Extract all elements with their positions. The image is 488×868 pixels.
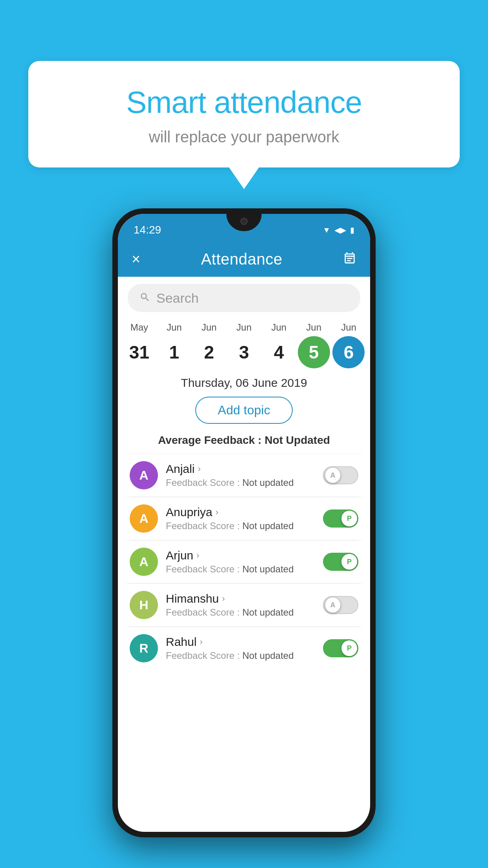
date-month-label: Jun <box>237 322 252 333</box>
attendance-toggle[interactable]: A <box>323 596 358 614</box>
date-number[interactable]: 3 <box>228 336 260 368</box>
date-number[interactable]: 4 <box>263 336 295 368</box>
chevron-right-icon: › <box>222 594 225 604</box>
toggle-knob: A <box>325 467 341 483</box>
app-header: × Attendance <box>118 241 370 277</box>
search-bar[interactable]: Search <box>128 284 360 312</box>
date-month-label: Jun <box>167 322 182 333</box>
avatar: H <box>130 591 158 619</box>
status-icons: ▼ ◀▶ ▮ <box>323 225 354 235</box>
student-name: Anupriya › <box>166 506 315 519</box>
toggle-knob: P <box>341 554 357 570</box>
date-month-label: Jun <box>306 322 321 333</box>
selected-date-display: Thursday, 06 June 2019 <box>118 370 370 393</box>
date-column[interactable]: Jun4 <box>263 322 295 368</box>
date-selector: May31Jun1Jun2Jun3Jun4Jun5Jun6 <box>118 316 370 370</box>
date-month-label: Jun <box>202 322 217 333</box>
list-item[interactable]: H Himanshu › Feedback Score : Not update… <box>126 583 362 626</box>
speech-bubble: Smart attendance will replace your paper… <box>28 61 460 167</box>
header-title: Attendance <box>201 250 282 268</box>
add-topic-label: Add topic <box>218 403 270 417</box>
attendance-toggle[interactable]: A <box>323 466 358 484</box>
add-topic-button[interactable]: Add topic <box>195 397 292 424</box>
status-time: 14:29 <box>134 224 161 236</box>
student-info: Himanshu › Feedback Score : Not updated <box>166 592 315 618</box>
calendar-icon[interactable] <box>343 251 356 267</box>
search-input[interactable]: Search <box>156 291 199 306</box>
student-info: Anupriya › Feedback Score : Not updated <box>166 506 315 531</box>
phone-wrapper: 14:29 ▼ ◀▶ ▮ × Attendance <box>112 208 376 837</box>
phone-frame: 14:29 ▼ ◀▶ ▮ × Attendance <box>112 208 376 837</box>
chevron-right-icon: › <box>196 550 199 561</box>
attendance-toggle[interactable]: P <box>323 509 358 528</box>
list-item[interactable]: A Arjun › Feedback Score : Not updated P <box>126 540 362 583</box>
avatar: A <box>130 504 158 533</box>
date-number[interactable]: 6 <box>332 336 365 368</box>
attendance-toggle[interactable]: P <box>323 553 358 571</box>
student-name: Himanshu › <box>166 592 315 605</box>
phone-screen: 14:29 ▼ ◀▶ ▮ × Attendance <box>118 214 370 832</box>
date-number[interactable]: 1 <box>158 336 190 368</box>
student-name: Arjun › <box>166 549 315 562</box>
chevron-right-icon: › <box>200 637 202 647</box>
avg-feedback: Average Feedback : Not Updated <box>118 434 370 454</box>
avatar: A <box>130 548 158 576</box>
date-number[interactable]: 5 <box>298 336 330 368</box>
student-info: Rahul › Feedback Score : Not updated <box>166 635 315 661</box>
date-number[interactable]: 31 <box>123 336 155 368</box>
avatar: A <box>130 461 158 489</box>
date-column[interactable]: Jun3 <box>228 322 260 368</box>
student-list: A Anjali › Feedback Score : Not updated … <box>118 454 370 669</box>
avatar: R <box>130 634 158 662</box>
signal-icon: ◀▶ <box>334 225 346 235</box>
student-feedback: Feedback Score : Not updated <box>166 564 315 575</box>
chevron-right-icon: › <box>198 464 200 474</box>
close-button[interactable]: × <box>132 251 140 268</box>
student-feedback: Feedback Score : Not updated <box>166 607 315 618</box>
speech-bubble-arrow <box>229 167 259 189</box>
date-column[interactable]: May31 <box>123 322 155 368</box>
battery-icon: ▮ <box>350 225 354 235</box>
search-icon <box>139 292 150 304</box>
student-feedback: Feedback Score : Not updated <box>166 520 315 531</box>
speech-bubble-container: Smart attendance will replace your paper… <box>28 61 460 189</box>
student-info: Arjun › Feedback Score : Not updated <box>166 549 315 575</box>
toggle-knob: P <box>341 511 357 526</box>
chevron-right-icon: › <box>215 507 218 517</box>
list-item[interactable]: A Anupriya › Feedback Score : Not update… <box>126 497 362 540</box>
list-item[interactable]: A Anjali › Feedback Score : Not updated … <box>126 454 362 497</box>
date-month-label: Jun <box>271 322 286 333</box>
toggle-knob: A <box>325 597 341 613</box>
student-name: Rahul › <box>166 635 315 649</box>
student-name: Anjali › <box>166 462 315 476</box>
student-feedback: Feedback Score : Not updated <box>166 650 315 661</box>
student-info: Anjali › Feedback Score : Not updated <box>166 462 315 488</box>
speech-bubble-subtitle: will replace your paperwork <box>60 128 428 146</box>
date-month-label: Jun <box>341 322 356 333</box>
speech-bubble-title: Smart attendance <box>60 85 428 120</box>
camera-dot <box>240 218 248 225</box>
date-number[interactable]: 2 <box>193 336 225 368</box>
toggle-knob: P <box>341 640 357 656</box>
date-column[interactable]: Jun1 <box>158 322 190 368</box>
student-feedback: Feedback Score : Not updated <box>166 477 315 488</box>
date-column[interactable]: Jun2 <box>193 322 225 368</box>
date-column[interactable]: Jun6 <box>332 322 365 368</box>
attendance-toggle[interactable]: P <box>323 639 358 657</box>
date-column[interactable]: Jun5 <box>298 322 330 368</box>
wifi-icon: ▼ <box>323 226 330 235</box>
date-month-label: May <box>130 322 148 333</box>
list-item[interactable]: R Rahul › Feedback Score : Not updated P <box>126 627 362 669</box>
